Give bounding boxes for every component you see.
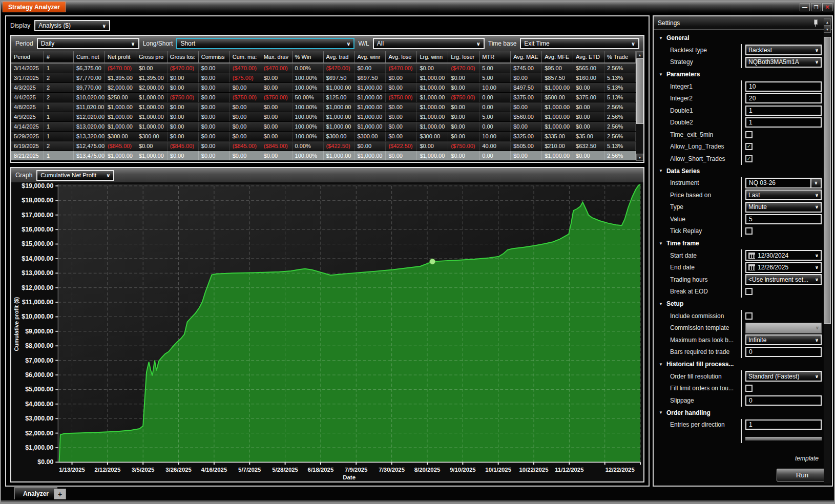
setting-input[interactable]: 1 <box>745 117 822 128</box>
setting-control <box>741 310 823 322</box>
collapse-arrow-icon[interactable]: ▼ <box>659 362 663 367</box>
collapse-arrow-icon[interactable]: ▼ <box>659 72 663 77</box>
setting-combo-value[interactable]: NQ 03-26 <box>745 178 810 188</box>
settings-row: InstrumentNQ 03-26∨ <box>655 177 823 190</box>
pin-icon[interactable] <box>813 19 818 27</box>
setting-input[interactable]: 0 <box>745 347 822 357</box>
table-scrollbar[interactable]: ▲ ▼ <box>636 51 643 161</box>
display-select[interactable]: Analysis ($) ∨ <box>34 20 110 31</box>
column-header[interactable]: Max. drav <box>261 51 293 62</box>
setting-checkbox[interactable] <box>745 227 753 235</box>
template-link[interactable]: template <box>795 455 819 462</box>
graph-type-select[interactable]: Cumulative Net Profit ∨ <box>36 170 114 181</box>
column-header[interactable]: Gross pro <box>136 51 168 62</box>
selected-point-marker[interactable] <box>430 259 435 264</box>
setting-input[interactable]: 0 <box>745 395 822 406</box>
table-row[interactable]: 4/3/20252$9,770.00$2,000.00$2,000.00$0.0… <box>11 83 636 93</box>
table-row[interactable]: 3/14/20251$6,375.00($470.00)$0.00($470.0… <box>11 64 636 73</box>
settings-scrollbar-thumb[interactable] <box>824 37 831 324</box>
column-header[interactable]: Avg. winr <box>354 51 386 62</box>
table-row[interactable]: 5/29/20251$13,320.00$300.00$300.00$0.00$… <box>11 132 636 141</box>
longshort-select[interactable]: Short ∨ <box>176 38 354 49</box>
settings-section-historical-fill-process-[interactable]: ▼Historical fill process... <box>655 358 823 370</box>
table-row[interactable]: 4/14/20251$13,020.00$1,000.00$1,000.00$0… <box>11 122 636 132</box>
setting-checkbox[interactable] <box>745 385 753 392</box>
table-row[interactable]: 4/8/20251$11,020.00$1,000.00$1,000.00$0.… <box>11 102 636 112</box>
settings-section-time-frame[interactable]: ▼Time frame <box>655 237 823 249</box>
column-header[interactable]: MTR <box>479 51 511 62</box>
setting-checkbox[interactable]: ✓ <box>745 155 753 162</box>
settings-section-parameters[interactable]: ▼Parameters <box>655 68 823 80</box>
column-header[interactable]: % Win <box>293 51 324 62</box>
column-header[interactable]: Lrg. loser <box>448 51 479 62</box>
chevron-down-icon[interactable]: ∨ <box>810 178 822 188</box>
column-header[interactable]: Cum. ma: <box>230 51 261 62</box>
table-cell: $697.50 <box>354 73 386 82</box>
column-header[interactable]: Cum. net <box>74 51 105 62</box>
setting-datepicker[interactable]: 12/26/2025∨ <box>745 262 822 273</box>
setting-dropdown[interactable]: Backtest∨ <box>745 45 822 55</box>
collapse-arrow-icon[interactable]: ▼ <box>659 241 663 246</box>
column-header[interactable]: Gross los: <box>168 51 199 62</box>
setting-dropdown[interactable]: Standard (Fastest)∨ <box>745 371 822 382</box>
column-header[interactable]: % Trade <box>604 51 636 62</box>
setting-checkbox[interactable]: ✓ <box>745 143 753 150</box>
close-button[interactable]: ✕ <box>822 3 832 11</box>
scroll-down-icon[interactable]: ▼ <box>636 154 643 161</box>
table-row[interactable]: 6/19/20252$12,475.00($845.00)$0.00($845.… <box>11 141 636 151</box>
column-header[interactable]: Avg. MAE <box>511 51 542 62</box>
scroll-down-icon[interactable]: ▼ <box>824 26 831 33</box>
setting-input[interactable]: 1 <box>745 106 822 116</box>
collapse-arrow-icon[interactable]: ▼ <box>659 302 663 306</box>
column-header[interactable]: Avg. trad <box>324 51 355 62</box>
column-header[interactable]: Commiss <box>199 51 230 62</box>
column-header[interactable]: Net profit <box>105 51 136 62</box>
setting-input[interactable]: 10 <box>745 81 822 92</box>
column-header[interactable]: Avg. ETD <box>573 51 604 62</box>
setting-dropdown[interactable]: Minute∨ <box>745 202 822 213</box>
table-row[interactable]: 4/4/20252$10,020.00$250.00$1,000.00($750… <box>11 93 636 102</box>
column-header[interactable]: Period <box>11 51 44 62</box>
settings-scrollbar[interactable]: ▲ ▼ <box>824 18 831 484</box>
scroll-up-icon[interactable]: ▲ <box>824 18 831 26</box>
setting-dropdown[interactable]: Last∨ <box>745 190 822 200</box>
column-header[interactable]: # <box>44 51 74 62</box>
add-tab-button[interactable]: + <box>54 489 66 499</box>
setting-input[interactable]: 5 <box>745 214 822 224</box>
collapse-arrow-icon[interactable]: ▼ <box>659 410 663 415</box>
timebase-select[interactable]: Exit Time ∨ <box>520 38 639 49</box>
period-select[interactable]: Daily ∨ <box>37 38 139 49</box>
table-scrollbar-thumb[interactable] <box>636 58 643 124</box>
column-header[interactable]: Lrg. winn <box>417 51 448 62</box>
setting-dropdown[interactable]: <Use instrument set...∨ <box>745 274 822 285</box>
setting-checkbox[interactable] <box>745 131 753 138</box>
setting-checkbox[interactable] <box>745 312 753 320</box>
tab-analyzer[interactable]: Analyzer <box>14 487 57 499</box>
table-row-selected[interactable]: 8/21/20251$13,475.00$1,000.00$1,000.00$0… <box>11 151 636 161</box>
setting-dropdown[interactable]: NQBoth3MA5m1A∨ <box>745 57 822 68</box>
setting-control: Backtest∨ <box>741 44 823 56</box>
cumulative-profit-chart[interactable]: $0.00$1,000.00$2,000.00$3,000.00$4,000.0… <box>11 182 643 481</box>
scroll-up-icon[interactable]: ▲ <box>636 51 643 58</box>
setting-label: Time_exit_5min <box>670 129 741 141</box>
setting-datepicker[interactable]: 12/30/2024∨ <box>745 250 822 261</box>
settings-section-order-handling[interactable]: ▼Order handling <box>655 407 823 419</box>
settings-section-data-series[interactable]: ▼Data Series <box>655 165 823 177</box>
collapse-arrow-icon[interactable]: ▼ <box>659 169 663 173</box>
maximize-button[interactable]: ❐ <box>811 3 821 11</box>
minimize-button[interactable]: — <box>800 3 810 11</box>
title-bar[interactable]: Strategy Analyzer — ❐ ✕ <box>1 1 834 13</box>
column-header[interactable]: Avg. lose <box>386 51 417 62</box>
settings-section-general[interactable]: ▼General <box>655 32 823 44</box>
setting-input[interactable]: 1 <box>745 419 822 430</box>
settings-section-setup[interactable]: ▼Setup <box>655 298 823 310</box>
column-header[interactable]: Avg. MFE <box>542 51 573 62</box>
setting-input[interactable]: 20 <box>745 93 822 103</box>
setting-checkbox[interactable] <box>745 288 753 295</box>
run-button[interactable]: Run <box>777 469 828 481</box>
wl-select[interactable]: All ∨ <box>373 38 485 49</box>
table-row[interactable]: 3/17/20252$7,770.00$1,395.00$1,395.00$0.… <box>11 73 636 83</box>
collapse-arrow-icon[interactable]: ▼ <box>659 36 663 40</box>
setting-dropdown[interactable]: Infinite∨ <box>745 334 822 345</box>
table-row[interactable]: 4/9/20251$12,020.00$1,000.00$1,000.00$0.… <box>11 112 636 122</box>
